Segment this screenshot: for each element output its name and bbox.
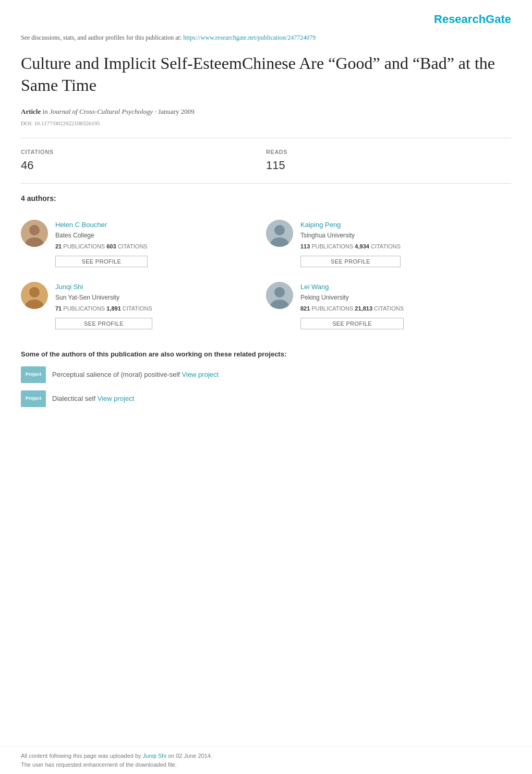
author-stats-2: 71 PUBLICATIONS 1,891 CITATIONS	[55, 304, 152, 313]
project-thumbnail-0: Project	[21, 366, 46, 383]
project-item-1: Project Dialectical self View project	[21, 390, 511, 407]
svg-point-1	[29, 225, 40, 235]
project-view-link-0[interactable]: View project	[182, 371, 219, 378]
researchgate-logo: ResearchGate	[434, 10, 511, 28]
author-card-0: Helen C Boucher Bates College 21 PUBLICA…	[21, 212, 266, 275]
author-card-2: Junqi Shi Sun Yat-Sen University 71 PUBL…	[21, 275, 266, 337]
author-card-1: Kaiping Peng Tsinghua University 113 PUB…	[266, 212, 511, 275]
authors-grid: Helen C Boucher Bates College 21 PUBLICA…	[21, 212, 511, 337]
author-info-1: Kaiping Peng Tsinghua University 113 PUB…	[300, 220, 401, 267]
article-meta: Article in Journal of Cross-Cultural Psy…	[21, 106, 511, 117]
svg-point-10	[274, 287, 285, 297]
reads-block: READS 115	[266, 148, 511, 174]
author-stats-1: 113 PUBLICATIONS 4,934 CITATIONS	[300, 242, 401, 251]
article-doi: DOI: 10.1177/0022022108326195	[21, 119, 511, 128]
author-info-2: Junqi Shi Sun Yat-Sen University 71 PUBL…	[55, 282, 152, 329]
see-profile-button-3[interactable]: SEE PROFILE	[300, 318, 404, 329]
author-name-2[interactable]: Junqi Shi	[55, 282, 152, 292]
author-affiliation-1: Tsinghua University	[300, 231, 401, 240]
author-affiliation-3: Peking University	[300, 293, 404, 302]
top-link-bar: See discussions, stats, and author profi…	[21, 33, 511, 42]
project-text-0: Perceptual salience of (moral) positive-…	[52, 370, 219, 380]
citations-label: CITATIONS	[21, 148, 266, 157]
reads-value: 115	[266, 157, 511, 174]
project-item-0: Project Perceptual salience of (moral) p…	[21, 366, 511, 383]
author-avatar-0	[21, 220, 48, 247]
reads-label: READS	[266, 148, 511, 157]
author-name-1[interactable]: Kaiping Peng	[300, 220, 401, 230]
author-name-0[interactable]: Helen C Boucher	[55, 220, 148, 230]
author-avatar-2	[21, 282, 48, 309]
divider-authors	[21, 183, 511, 184]
see-profile-button-1[interactable]: SEE PROFILE	[300, 256, 401, 267]
author-info-3: Lei Wang Peking University 821 PUBLICATI…	[300, 282, 404, 329]
project-description-0: Perceptual salience of (moral) positive-…	[52, 371, 182, 378]
article-preposition: in	[43, 108, 50, 115]
divider-top	[21, 138, 511, 138]
project-description-1: Dialectical self	[52, 395, 98, 402]
author-info-0: Helen C Boucher Bates College 21 PUBLICA…	[55, 220, 148, 267]
project-text-1: Dialectical self View project	[52, 394, 134, 404]
article-title: Culture and Implicit Self-EsteemChinese …	[21, 53, 511, 96]
svg-point-4	[274, 225, 285, 235]
author-card-3: Lei Wang Peking University 821 PUBLICATI…	[266, 275, 511, 337]
author-avatar-3	[266, 282, 293, 309]
article-journal: Journal of Cross-Cultural Psychology	[50, 108, 153, 115]
author-stats-0: 21 PUBLICATIONS 603 CITATIONS	[55, 242, 148, 251]
see-profile-button-2[interactable]: SEE PROFILE	[55, 318, 152, 329]
svg-point-7	[29, 287, 40, 297]
citations-value: 46	[21, 157, 266, 174]
authors-heading: 4 authors:	[21, 193, 511, 204]
author-affiliation-0: Bates College	[55, 231, 148, 240]
stats-row: CITATIONS 46 READS 115	[21, 148, 511, 174]
related-projects-heading: Some of the authors of this publication …	[21, 349, 511, 360]
article-date: January 2009	[158, 108, 195, 115]
project-view-link-1[interactable]: View project	[98, 395, 135, 402]
author-name-3[interactable]: Lei Wang	[300, 282, 404, 292]
header: ResearchGate	[21, 10, 511, 33]
top-link-text: See discussions, stats, and author profi…	[21, 34, 183, 41]
publication-url[interactable]: https://www.researchgate.net/publication…	[183, 34, 316, 41]
see-profile-button-0[interactable]: SEE PROFILE	[55, 256, 148, 267]
author-avatar-1	[266, 220, 293, 247]
article-type: Article	[21, 108, 41, 115]
project-thumbnail-1: Project	[21, 390, 46, 407]
citations-block: CITATIONS 46	[21, 148, 266, 174]
author-stats-3: 821 PUBLICATIONS 21,813 CITATIONS	[300, 304, 404, 313]
author-affiliation-2: Sun Yat-Sen University	[55, 293, 152, 302]
